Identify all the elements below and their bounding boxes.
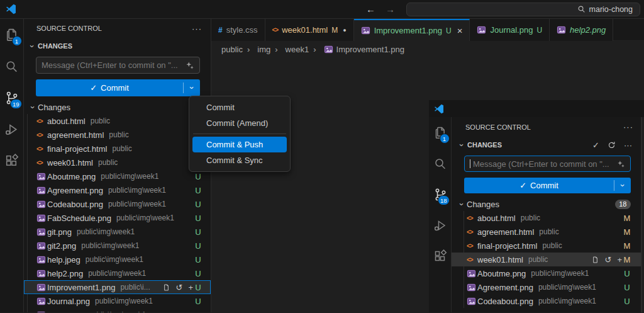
- commit-button: ✓ Commit ›: [464, 178, 631, 193]
- editor-tab[interactable]: Journal.png U ● ×: [470, 19, 550, 41]
- git-status-badge: U: [194, 241, 202, 251]
- more-actions-icon[interactable]: ···: [192, 24, 202, 33]
- file-type-icon: [477, 25, 486, 35]
- search-view-icon[interactable]: [0, 50, 24, 82]
- commit-button[interactable]: ✓ Commit ›: [36, 79, 200, 96]
- git-status-badge: U: [194, 213, 202, 223]
- scm-file-row[interactable]: <> about.html public ↺ + M: [452, 211, 641, 225]
- explorer-icon[interactable]: 1: [0, 19, 24, 50]
- scm-file-row[interactable]: <> agreement.html public ↺ +: [24, 128, 211, 142]
- tab-label: style.css: [226, 25, 258, 35]
- scm-file-row[interactable]: <> final-project.html public ↺ + M: [452, 239, 641, 253]
- breadcrumb-item[interactable]: public: [221, 45, 243, 54]
- extensions-icon: [429, 241, 452, 271]
- scm-file-row[interactable]: <> week01.html public ↺ +: [24, 156, 211, 169]
- scm-file-row[interactable]: git2.png public\img\week1 ↺ + U: [24, 239, 211, 253]
- file-name: week01.html: [47, 158, 93, 168]
- discard-changes-icon[interactable]: ↺: [176, 283, 183, 292]
- file-name: help2.png: [47, 269, 83, 278]
- file-name: Journal.png: [47, 297, 90, 306]
- file-path: public\img\week1: [88, 269, 146, 278]
- context-menu-item[interactable]: Commit & Push: [192, 137, 287, 152]
- changes-tree-header[interactable]: › Changes: [24, 100, 211, 114]
- scm-file-row[interactable]: <> about.html public ↺ +: [24, 114, 211, 128]
- nav-forward-icon[interactable]: →: [386, 4, 395, 14]
- file-type-icon: #: [218, 26, 223, 35]
- commit-message-input[interactable]: Message (Ctrl+Enter to commit on "...: [36, 57, 200, 74]
- file-path: public\img\week1: [101, 172, 158, 181]
- scm-file-row[interactable]: Journal.png public\img\week1 ↺ + U: [24, 294, 211, 308]
- scm-file-row[interactable]: Agreement.png public\img\week1 ↺ + U: [452, 280, 641, 294]
- scm-file-row[interactable]: <> agreement.html public ↺ + M: [452, 225, 641, 239]
- chevron-down-icon: ›: [187, 84, 197, 92]
- search-text: mario-chong: [589, 5, 633, 14]
- file-name: about.html: [477, 213, 516, 223]
- breadcrumb-item[interactable]: Improvement1.png: [309, 45, 404, 54]
- file-path: public\img\week1: [108, 186, 166, 195]
- commit-check-icon: ✓: [592, 140, 599, 150]
- git-status-badge: M: [623, 213, 631, 223]
- stage-changes-icon[interactable]: +: [617, 255, 622, 265]
- chevron-down-icon: ›: [457, 141, 467, 149]
- source-control-icon[interactable]: 19: [0, 82, 24, 113]
- scm-file-row[interactable]: Agreement.png public\img\week1 ↺ + U: [24, 183, 211, 197]
- file-name: help.jpeg: [47, 255, 80, 265]
- file-name: Agreement.png: [47, 186, 103, 195]
- file-name: Agreement.png: [477, 283, 533, 292]
- scm-badge: 18: [438, 195, 450, 205]
- file-type-icon: [557, 25, 566, 35]
- changes-count-badge: 18: [615, 200, 631, 209]
- run-debug-icon[interactable]: [0, 113, 24, 145]
- context-menu-item[interactable]: Commit & Sync: [192, 152, 287, 168]
- file-path: public: [542, 241, 562, 250]
- breadcrumb-item[interactable]: img: [243, 45, 270, 54]
- scm-file-row[interactable]: Aboutme.png public\img\week1 ↺ + U: [452, 266, 641, 280]
- file-type-icon: [36, 283, 47, 292]
- titlebar: ← → mario-chong: [0, 0, 644, 19]
- open-file-icon[interactable]: [591, 256, 599, 264]
- vscode-logo-icon: [6, 4, 16, 14]
- scm-file-row[interactable]: git.png public\img\week1 ↺ + U: [24, 225, 211, 239]
- editor-tab[interactable]: help2.png ● ×: [550, 19, 613, 41]
- file-name: Codeabout.png: [477, 297, 533, 306]
- file-path: public\img\week1: [95, 297, 153, 305]
- scm-file-row[interactable]: help.jpeg public\img\week1 ↺ + U: [24, 253, 211, 266]
- context-menu-item[interactable]: Commit (Amend): [192, 115, 287, 131]
- scm-file-row[interactable]: Codeabout.png public\img\week1 ↺ + U: [452, 294, 641, 308]
- stage-changes-icon[interactable]: +: [188, 283, 193, 292]
- context-menu-item[interactable]: Commit: [192, 100, 287, 115]
- close-tab-icon[interactable]: ×: [457, 25, 463, 36]
- scm-file-row[interactable]: Improvement1.png public\i... ↺ + U: [24, 280, 211, 294]
- tab-label: Journal.png: [490, 25, 533, 35]
- open-file-icon[interactable]: [162, 283, 170, 292]
- file-name: FabSchedule.png: [47, 213, 111, 223]
- copilot-sparkle-icon[interactable]: [186, 61, 194, 70]
- file-name: Lab1.jpeg: [47, 310, 83, 313]
- embedded-menubar: [449, 100, 519, 117]
- scm-file-row[interactable]: help2.png public\img\week1 ↺ + U: [24, 266, 211, 280]
- chevron-down-icon[interactable]: ›: [28, 42, 37, 50]
- nav-back-icon[interactable]: ←: [366, 4, 375, 14]
- file-name: Improvement1.png: [47, 283, 115, 292]
- breadcrumb-label: week1: [286, 45, 309, 54]
- scm-file-row[interactable]: Lab1.jpeg public\img\week1 ↺ + U: [24, 308, 211, 312]
- row-actions: ↺ +: [591, 255, 624, 265]
- breadcrumb-item[interactable]: week1: [270, 45, 309, 54]
- scm-file-row[interactable]: Codeabout.png public\img\week1 ↺ + U: [24, 197, 211, 211]
- editor-tab[interactable]: <> week01.html M ● ×: [265, 19, 354, 41]
- command-center-search[interactable]: mario-chong: [406, 3, 640, 16]
- editor-tab[interactable]: # style.css ● ×: [211, 19, 265, 41]
- context-menu-item[interactable]: [193, 134, 286, 134]
- scm-file-row[interactable]: <> final-project.html public ↺ +: [24, 142, 211, 156]
- file-name: Aboutme.png: [47, 172, 96, 181]
- file-type-icon: [36, 186, 47, 195]
- tab-bar: # style.css ● × <> week01.html M ● × Imp…: [211, 19, 644, 41]
- commit-dropdown-button[interactable]: ›: [184, 83, 200, 93]
- discard-changes-icon[interactable]: ↺: [605, 255, 612, 265]
- scm-file-row[interactable]: Aboutme.png public\img\week1 ↺ + U: [24, 169, 211, 183]
- editor-tab[interactable]: Improvement1.png U ● ×: [354, 19, 470, 41]
- file-type-icon: [36, 172, 47, 181]
- extensions-icon[interactable]: [0, 145, 24, 176]
- scm-file-row[interactable]: <> week01.html public ↺ + M: [452, 253, 641, 266]
- scm-file-row[interactable]: FabSchedule.png public\img\week1 ↺ + U: [24, 211, 211, 225]
